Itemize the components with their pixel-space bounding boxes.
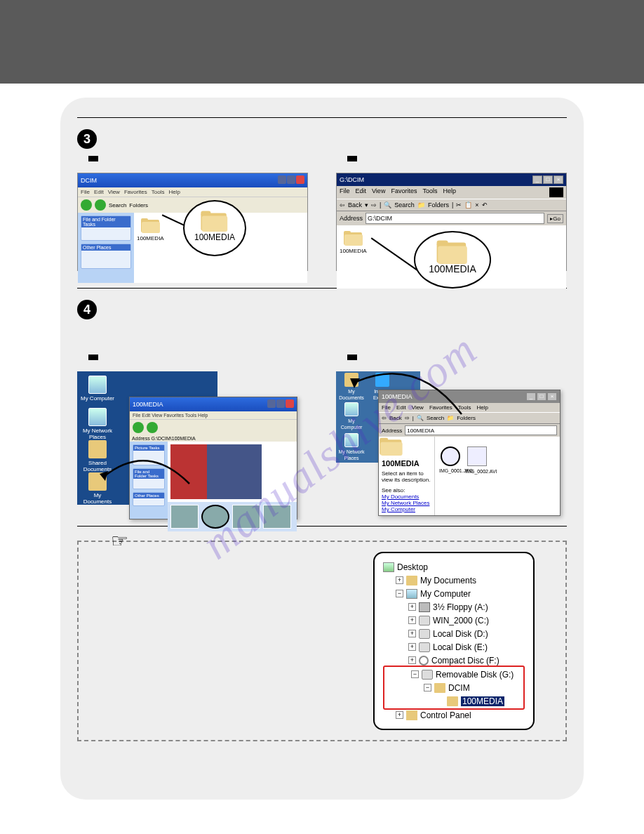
menubar[interactable]: FileEditViewFavoritesToolsHelp: [337, 186, 566, 199]
back-button[interactable]: [81, 199, 92, 211]
callout: 100MEDIA: [183, 200, 246, 256]
step-4-badge: 4: [77, 300, 97, 319]
folder-icon[interactable]: [141, 218, 161, 234]
bullet-icon: [88, 355, 98, 360]
tree-node-floppy[interactable]: +3½ Floppy (A:): [383, 600, 525, 614]
network-icon[interactable]: [344, 433, 358, 447]
tree-node-mycomputer[interactable]: −My Computer: [383, 587, 525, 600]
window-controls[interactable]: _□×: [532, 176, 563, 184]
folder-label: 100MEDIA: [340, 248, 367, 254]
window-title: G:\DCIM: [340, 176, 364, 183]
header-bar: [0, 0, 644, 84]
tip-panel: ☞ Desktop +My Documents −My Computer +3½…: [77, 541, 567, 741]
page-frame: manualshive.com 3 DCIM FileEditViewFavor…: [60, 98, 584, 800]
collapse-icon[interactable]: −: [411, 670, 419, 678]
address-input[interactable]: [365, 213, 544, 224]
divider: [77, 117, 567, 118]
network-icon[interactable]: [88, 408, 107, 426]
window-controls[interactable]: [277, 176, 304, 185]
explorer-window: 100MEDIA_□× FileEditViewFavoritesToolsHe…: [378, 390, 561, 516]
thumbnail[interactable]: [170, 505, 199, 529]
forward-button[interactable]: [95, 199, 106, 211]
collapse-icon[interactable]: −: [424, 684, 431, 691]
window-title: DCIM: [81, 177, 97, 184]
tree-node-desktop[interactable]: Desktop: [383, 560, 525, 574]
folder-label: 100MEDIA: [137, 235, 164, 241]
bullet-icon: [347, 355, 357, 360]
tree-node-removable[interactable]: −Removable Disk (G:): [386, 668, 522, 681]
my-documents-icon[interactable]: [88, 472, 107, 491]
my-documents-icon[interactable]: [344, 373, 358, 387]
step-3-badge: 3: [77, 129, 97, 149]
address-bar[interactable]: Address ▸Go: [337, 211, 566, 225]
explorer-window: 100MEDIA File Edit View Favorites Tools …: [129, 397, 297, 519]
thumbnail[interactable]: [232, 505, 260, 529]
link[interactable]: My Documents: [382, 494, 431, 500]
file-icon[interactable]: IMG_0002.AVI: [467, 446, 487, 466]
screenshot-2k-dcim: G:\DCIM _□× FileEditViewFavoritesToolsHe…: [336, 173, 567, 271]
folder-icon[interactable]: [344, 231, 363, 246]
toolbar[interactable]: ⇦Back▾⇨| 🔍Search 📁Folders |✂📋×↶: [337, 199, 566, 211]
tree-node-drive-d[interactable]: +Local Disk (D:): [383, 627, 525, 640]
folder-heading: 100MEDIA: [382, 459, 431, 468]
preview-image: [170, 444, 262, 499]
my-computer-icon[interactable]: [344, 402, 358, 416]
thumbnail[interactable]: [263, 505, 291, 529]
tree-node-drive-c[interactable]: +WIN_2000 (C:): [383, 614, 525, 627]
pointing-hand-icon: ☞: [111, 529, 128, 552]
link[interactable]: My Computer: [382, 506, 431, 512]
thumbnail-selected[interactable]: [201, 505, 229, 529]
bullet-icon: [347, 156, 357, 161]
tree-node-control-panel[interactable]: +Control Panel: [383, 708, 525, 722]
expand-icon[interactable]: +: [396, 576, 403, 584]
divider: [77, 526, 567, 527]
shared-docs-icon[interactable]: [88, 440, 107, 458]
sidebar: File and Folder Tasks Other Places: [78, 213, 134, 283]
folder-tree: Desktop +My Documents −My Computer +3½ F…: [373, 552, 535, 730]
menubar[interactable]: FileEditViewFavoritesToolsHelp: [78, 187, 307, 197]
throbber-icon: [549, 187, 563, 197]
ie-icon[interactable]: [375, 373, 389, 387]
highlight-frame: −Removable Disk (G:) −DCIM 100MEDIA: [383, 666, 525, 710]
bullet-icon: [88, 156, 98, 161]
link[interactable]: My Network Places: [382, 500, 431, 506]
go-button[interactable]: ▸Go: [547, 214, 563, 223]
callout: 100MEDIA: [414, 231, 491, 289]
file-icon-selected[interactable]: IMG_0001.JPG: [441, 446, 460, 466]
screenshot-xp-dcim: DCIM FileEditViewFavoritesToolsHelp Sear…: [77, 173, 308, 271]
tree-node-drive-e[interactable]: +Local Disk (E:): [383, 640, 525, 654]
tree-node-100media[interactable]: 100MEDIA: [386, 694, 522, 708]
collapse-icon[interactable]: −: [396, 590, 403, 597]
my-computer-icon[interactable]: [88, 376, 107, 394]
tree-node-dcim[interactable]: −DCIM: [386, 681, 522, 694]
tree-node-mydocs[interactable]: +My Documents: [383, 574, 525, 587]
